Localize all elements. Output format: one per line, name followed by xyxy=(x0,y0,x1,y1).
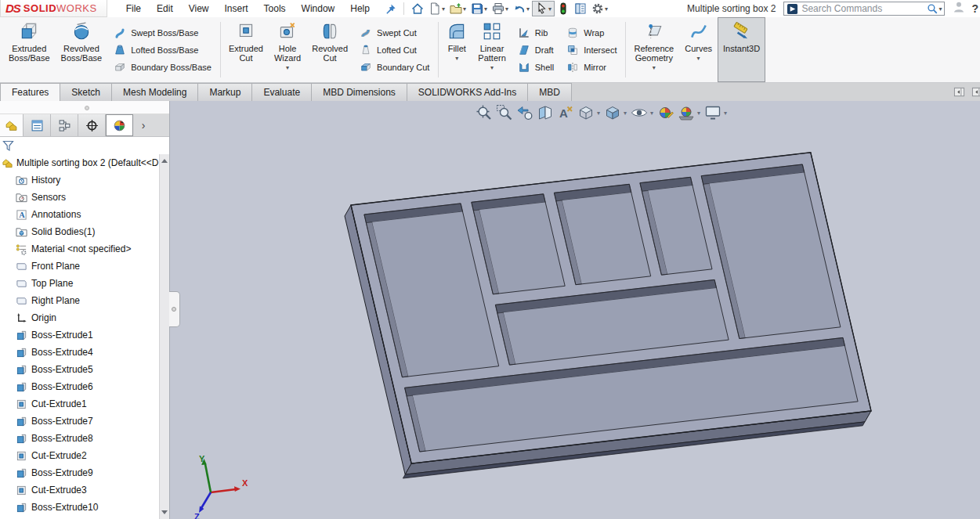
instant3d-button[interactable]: Instant3D xyxy=(718,17,765,82)
save-button[interactable]: ▾ xyxy=(468,1,490,16)
display-style-dropdown-caret[interactable]: ▾ xyxy=(624,110,627,117)
panel-splitter-grip[interactable] xyxy=(0,101,169,114)
filter-funnel-icon[interactable] xyxy=(2,139,15,152)
undo-dropdown-caret[interactable]: ▾ xyxy=(526,5,530,13)
display-style-button[interactable] xyxy=(602,103,623,122)
configurationmanager-tab[interactable] xyxy=(51,114,78,136)
user-account-icon[interactable] xyxy=(953,1,965,16)
new-document-dropdown-caret[interactable]: ▾ xyxy=(442,5,445,13)
panel-tabs-expand[interactable]: › xyxy=(133,114,154,136)
tree-item-boss-extrude5[interactable]: Boss-Extrude5 xyxy=(0,361,159,378)
linear-pattern-button[interactable]: Linear Pattern▾ xyxy=(472,17,511,82)
home-button[interactable] xyxy=(409,1,426,16)
select-tool-dropdown-caret[interactable]: ▾ xyxy=(548,5,551,13)
view-settings-dropdown-caret[interactable]: ▾ xyxy=(724,110,727,117)
intersect-button[interactable]: Intersect xyxy=(566,41,617,59)
tree-root-item[interactable]: Multiple sorting box 2 (Default<<D xyxy=(0,154,159,171)
zoom-to-area-button[interactable] xyxy=(494,103,515,122)
scroll-down-arrow[interactable] xyxy=(161,510,168,514)
file-properties-button[interactable] xyxy=(572,1,589,16)
tab-markup[interactable]: Markup xyxy=(197,83,252,101)
view-orientation-dropdown-caret[interactable]: ▾ xyxy=(597,110,600,117)
magnifier-icon[interactable] xyxy=(927,3,938,14)
tree-item-sensors[interactable]: Sensors xyxy=(0,189,159,206)
boundary-boss-base-button[interactable]: Boundary Boss/Base xyxy=(114,59,212,76)
hide-show-items-dropdown-caret[interactable]: ▾ xyxy=(650,110,653,117)
edit-appearance-button[interactable] xyxy=(656,103,676,122)
apply-scene-button[interactable] xyxy=(676,103,696,122)
select-tool-button[interactable]: ▾ xyxy=(532,1,555,16)
tree-item-boss-extrude1[interactable]: Boss-Extrude1 xyxy=(0,326,159,344)
tree-item-material-not-specified[interactable]: Material <not specified> xyxy=(0,240,159,258)
fillet-button[interactable]: Fillet▾ xyxy=(441,17,472,82)
tree-filter-row[interactable] xyxy=(0,137,169,154)
mirror-button[interactable]: Mirror xyxy=(566,59,617,76)
tab-mesh-modeling[interactable]: Mesh Modeling xyxy=(111,83,198,101)
section-view-button[interactable] xyxy=(535,103,555,122)
menu-edit[interactable]: Edit xyxy=(149,0,181,17)
reference-geometry-button[interactable]: Reference Geometry▾ xyxy=(628,17,679,82)
swept-boss-base-button[interactable]: Swept Boss/Base xyxy=(114,24,212,41)
tab-sketch[interactable]: Sketch xyxy=(60,83,112,101)
dimxpertmanager-tab[interactable] xyxy=(78,114,106,136)
fillet-button-dropdown-caret[interactable]: ▾ xyxy=(455,54,458,63)
menu-help[interactable]: Help xyxy=(342,0,378,17)
revolved-boss-base-button[interactable]: Revolved Boss/Base xyxy=(56,17,108,82)
hole-wizard-button-dropdown-caret[interactable]: ▾ xyxy=(286,63,289,73)
tree-item-solid-bodies-1[interactable]: Solid Bodies(1) xyxy=(0,223,159,240)
menu-insert[interactable]: Insert xyxy=(217,0,256,17)
linear-pattern-button-dropdown-caret[interactable]: ▾ xyxy=(490,63,494,73)
tray-3d-model[interactable] xyxy=(170,101,980,519)
tree-item-boss-extrude9[interactable]: Boss-Extrude9 xyxy=(0,464,159,481)
options-button[interactable]: ▾ xyxy=(589,1,610,16)
open-document-dropdown-caret[interactable]: ▾ xyxy=(463,5,466,13)
displaymanager-tab[interactable] xyxy=(106,114,133,136)
tree-item-front-plane[interactable]: Front Plane xyxy=(0,258,159,275)
solidworks-logo[interactable]: DSSOLIDWORKS xyxy=(0,0,107,17)
tree-item-origin[interactable]: Origin xyxy=(0,309,159,326)
help-button[interactable]: ? xyxy=(971,2,978,15)
options-dropdown-caret[interactable]: ▾ xyxy=(605,5,608,13)
extruded-cut-button[interactable]: Extruded Cut xyxy=(223,17,269,82)
menu-file[interactable]: File xyxy=(118,0,149,17)
undo-button[interactable]: ▾ xyxy=(511,1,532,16)
menu-view[interactable]: View xyxy=(181,0,217,17)
hide-show-items-button[interactable] xyxy=(629,103,649,122)
save-dropdown-caret[interactable]: ▾ xyxy=(484,5,487,13)
tree-item-cut-extrude3[interactable]: Cut-Extrude3 xyxy=(0,481,159,499)
rib-button[interactable]: Rib xyxy=(518,24,554,41)
tree-item-right-plane[interactable]: Right Plane xyxy=(0,292,159,309)
search-dropdown-caret[interactable]: ▾ xyxy=(938,5,942,13)
hole-wizard-button[interactable]: Hole Wizard▾ xyxy=(269,17,306,82)
view-settings-button[interactable] xyxy=(703,103,723,122)
reference-geometry-button-dropdown-caret[interactable]: ▾ xyxy=(653,63,656,73)
tree-item-cut-extrude1[interactable]: Cut-Extrude1 xyxy=(0,395,159,413)
featuremanager-tab[interactable] xyxy=(0,114,24,136)
curves-button[interactable]: Curves▾ xyxy=(679,17,718,82)
rebuild-button[interactable] xyxy=(555,1,572,16)
tree-scrollbar[interactable] xyxy=(159,154,169,519)
zoom-to-fit-button[interactable] xyxy=(474,103,494,122)
tab-features[interactable]: Features xyxy=(0,83,60,101)
tree-item-boss-extrude10[interactable]: Boss-Extrude10 xyxy=(0,499,159,516)
tree-item-boss-extrude8[interactable]: Boss-Extrude8 xyxy=(0,430,159,447)
menu-window[interactable]: Window xyxy=(294,0,343,17)
lofted-boss-base-button[interactable]: Lofted Boss/Base xyxy=(114,41,212,59)
menu-tools[interactable]: Tools xyxy=(256,0,294,17)
shell-button[interactable]: Shell xyxy=(518,59,554,76)
tree-item-boss-extrude6[interactable]: Boss-Extrude6 xyxy=(0,378,159,395)
open-document-button[interactable]: ▾ xyxy=(447,1,468,16)
print-dropdown-caret[interactable]: ▾ xyxy=(505,5,508,13)
apply-scene-dropdown-caret[interactable]: ▾ xyxy=(697,110,700,117)
scroll-up-arrow[interactable] xyxy=(161,159,168,163)
propertymanager-tab[interactable] xyxy=(24,114,51,136)
print-button[interactable]: ▾ xyxy=(490,1,511,16)
lofted-cut-button[interactable]: Lofted Cut xyxy=(360,41,429,59)
new-document-button[interactable]: ▾ xyxy=(426,1,447,16)
tree-item-boss-extrude7[interactable]: Boss-Extrude7 xyxy=(0,413,159,430)
collapse-ribbon-icon[interactable] xyxy=(953,86,965,98)
view-orientation-button[interactable] xyxy=(576,103,596,122)
tree-item-history[interactable]: History xyxy=(0,171,159,189)
wrap-button[interactable]: Wrap xyxy=(566,24,617,41)
tree-item-top-plane[interactable]: Top Plane xyxy=(0,275,159,292)
